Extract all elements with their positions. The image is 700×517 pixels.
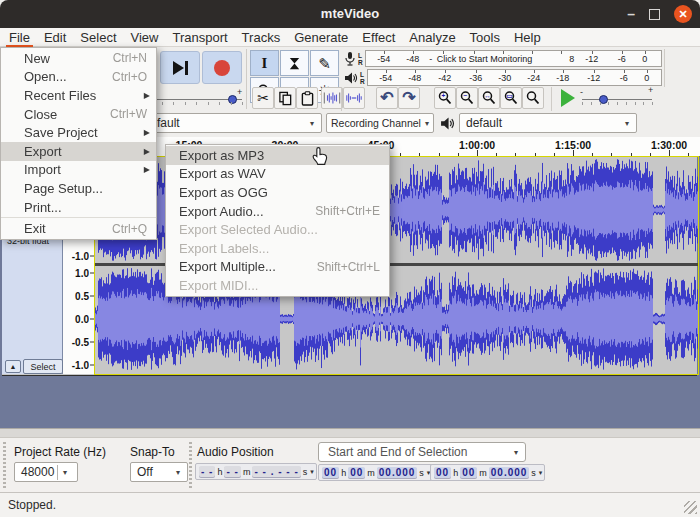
speed-plus-label: +	[648, 85, 653, 95]
maximize-button[interactable]	[649, 9, 660, 20]
export-menu-item-export-multiple[interactable]: Export Multiple...Shift+Ctrl+L	[166, 258, 389, 277]
menubar-item-transport[interactable]: Transport	[165, 28, 234, 47]
export-menu-item-export-audio[interactable]: Export Audio...Shift+Ctrl+E	[166, 202, 389, 221]
selection-end-field[interactable]: 00h00m00.000s▾	[430, 464, 545, 481]
audio-position-field[interactable]: - -h- -m- - . - - -s▾	[195, 463, 317, 480]
menubar-item-analyze[interactable]: Analyze	[402, 28, 462, 47]
title-bar[interactable]: mteVideo – ✕	[0, 0, 700, 28]
file-menu-item-import[interactable]: Import▶	[1, 161, 156, 180]
paste-button[interactable]	[296, 87, 318, 109]
skip-to-end-button[interactable]	[160, 51, 200, 84]
close-button[interactable]: ✕	[674, 5, 692, 23]
resize-grip-icon[interactable]	[684, 501, 697, 514]
menubar-item-help[interactable]: Help	[507, 28, 548, 47]
audio-host-combo[interactable]: fault ▾	[150, 113, 322, 133]
ruler-tick	[669, 150, 670, 156]
ruler-tick	[573, 150, 574, 156]
recording-meter-scale[interactable]: -54-48-8-12-60Click to Start Monitoring	[365, 50, 662, 67]
menu-item-label: Exit	[1, 221, 112, 236]
file-menu-item-open[interactable]: Open...Ctrl+O	[1, 68, 156, 87]
meter-tick	[534, 70, 535, 73]
selection-tool-button[interactable]: I	[250, 50, 279, 76]
time-digits[interactable]: 00	[322, 467, 339, 478]
time-digits[interactable]: 00	[434, 467, 451, 478]
play-speed-slider[interactable]	[582, 99, 652, 100]
monitoring-overlay-text[interactable]: Click to Start Monitoring	[437, 54, 533, 64]
recording-channels-combo[interactable]: Recording Channels ▾	[326, 113, 434, 133]
record-button[interactable]	[202, 51, 242, 84]
vertical-scale-label: 0.0	[75, 314, 89, 325]
time-digits[interactable]: 00	[460, 467, 477, 478]
project-rate-label: Project Rate (Hz)	[14, 445, 106, 459]
menu-item-shortcut: Ctrl+W	[110, 107, 156, 121]
play-at-speed-button[interactable]	[556, 88, 580, 108]
file-menu-item-new[interactable]: NewCtrl+N	[1, 49, 156, 68]
minimize-button[interactable]: –	[627, 5, 635, 23]
menubar-item-tracks[interactable]: Tracks	[235, 28, 288, 47]
envelope-tool-button[interactable]	[280, 50, 309, 76]
chevron-down-icon[interactable]: ▾	[310, 468, 314, 476]
chevron-down-icon: ▾	[507, 448, 525, 457]
selection-mode-combo[interactable]: Start and End of Selection ▾	[318, 442, 526, 462]
menu-item-label: Print...	[1, 200, 156, 215]
file-menu-item-export[interactable]: Export▶	[1, 142, 156, 161]
menu-item-shortcut: Ctrl+Q	[112, 222, 156, 236]
toolbar-grip[interactable]	[3, 442, 6, 488]
menubar-item-select[interactable]: Select	[73, 28, 123, 47]
zoom-selection-button[interactable]: ↔	[478, 87, 500, 109]
time-digits[interactable]: - -	[199, 466, 215, 477]
export-menu-item-export-as-ogg[interactable]: Export as OGG	[166, 183, 389, 202]
menubar-item-file[interactable]: File	[2, 28, 37, 47]
file-menu-item-exit[interactable]: ExitCtrl+Q	[1, 219, 156, 238]
redo-button[interactable]: ↷	[398, 87, 420, 109]
track-select-button[interactable]: Select	[23, 359, 63, 374]
selection-start-field[interactable]: 00h00m00.000s▾	[318, 464, 433, 481]
file-menu-item-close[interactable]: CloseCtrl+W	[1, 105, 156, 124]
menubar-item-effect[interactable]: Effect	[355, 28, 402, 47]
playback-device-combo[interactable]: default ▾	[459, 113, 637, 133]
horizontal-scrollbar[interactable]	[0, 428, 700, 437]
copy-button[interactable]	[274, 87, 296, 109]
menubar-item-generate[interactable]: Generate	[287, 28, 355, 47]
time-digits[interactable]: - -	[224, 466, 240, 477]
time-digits[interactable]: 00.000	[489, 467, 530, 478]
export-menu-item-export-as-wav[interactable]: Export as WAV	[166, 165, 389, 184]
menubar-item-edit[interactable]: Edit	[37, 28, 73, 47]
toolbar-grip[interactable]	[189, 442, 192, 488]
project-rate-value: 48000	[15, 465, 57, 479]
file-menu-item-save-project[interactable]: Save Project▶	[1, 123, 156, 142]
menubar-item-view[interactable]: View	[124, 28, 166, 47]
menubar-item-tools[interactable]: Tools	[463, 28, 507, 47]
vertical-scale-label: -1.0	[72, 360, 89, 371]
export-menu-item-export-as-mp3[interactable]: Export as MP3	[166, 146, 389, 165]
file-menu-item-page-setup[interactable]: Page Setup...	[1, 179, 156, 198]
zoom-toggle-button[interactable]	[522, 87, 544, 109]
file-menu-item-print[interactable]: Print...	[1, 198, 156, 217]
vertical-scale-label: 1.0	[75, 268, 89, 279]
project-rate-combo[interactable]: 48000 ▾	[14, 462, 78, 482]
time-digits[interactable]: - - . - - -	[252, 466, 300, 477]
cut-button[interactable]: ✂	[252, 87, 274, 109]
playback-meter[interactable]: LR -54-48-42-36-30-24-18-12-60	[344, 68, 662, 87]
recording-meter[interactable]: LR -54-48-8-12-60Click to Start Monitori…	[344, 49, 662, 68]
time-digits[interactable]: 00.000	[377, 467, 418, 478]
zoom-fit-button[interactable]: ▭	[500, 87, 522, 109]
zoom-in-button[interactable]: +	[434, 87, 456, 109]
silence-audio-button[interactable]	[343, 87, 365, 109]
trim-audio-button[interactable]	[321, 87, 343, 109]
file-menu-item-recent-files[interactable]: Recent Files▶	[1, 86, 156, 105]
time-unit-label: s	[303, 467, 308, 477]
magnifier-icon: ▭	[503, 90, 519, 106]
playback-meter-scale[interactable]: -54-48-42-36-30-24-18-12-60	[367, 69, 662, 86]
snap-to-combo[interactable]: Off ▾	[130, 462, 188, 482]
zoom-out-button[interactable]: −	[456, 87, 478, 109]
collapse-track-button[interactable]: ▲	[5, 360, 21, 373]
chevron-down-icon[interactable]: ▾	[539, 469, 543, 477]
ruler-tick	[439, 153, 440, 156]
time-digits[interactable]: 00	[348, 467, 365, 478]
undo-button[interactable]: ↶	[376, 87, 398, 109]
meter-db-label: -54	[379, 73, 392, 83]
playback-device-icon	[440, 116, 455, 131]
draw-tool-button[interactable]: ✎	[310, 50, 339, 76]
recording-volume-thumb[interactable]	[228, 95, 237, 104]
